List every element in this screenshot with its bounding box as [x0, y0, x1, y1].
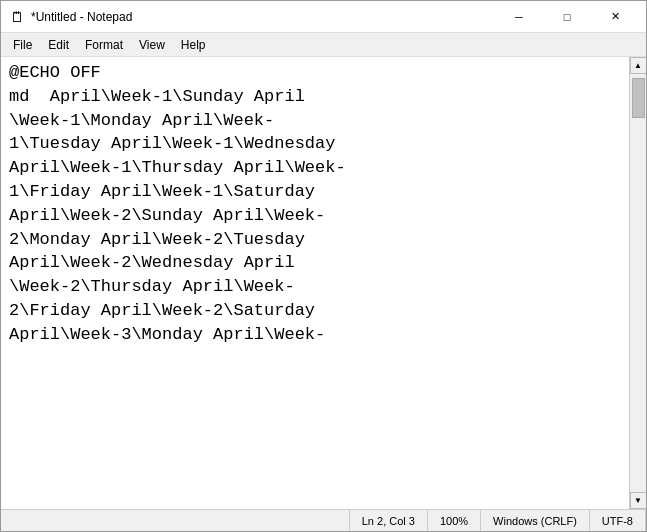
window-title: *Untitled - Notepad — [31, 10, 132, 24]
notepad-window: 🗒 *Untitled - Notepad ─ □ ✕ File Edit Fo… — [0, 0, 647, 532]
vertical-scrollbar: ▲ ▼ — [629, 57, 646, 509]
notepad-app-icon: 🗒 — [9, 9, 25, 25]
title-bar-left: 🗒 *Untitled - Notepad — [9, 9, 132, 25]
editor-area: @ECHO OFF md April\Week-1\Sunday April \… — [1, 57, 646, 509]
title-bar-controls: ─ □ ✕ — [496, 3, 638, 31]
menu-item-view[interactable]: View — [131, 33, 173, 56]
scroll-up-button[interactable]: ▲ — [630, 57, 647, 74]
status-encoding: UTF-8 — [590, 510, 646, 531]
status-bar: Ln 2, Col 3 100% Windows (CRLF) UTF-8 — [1, 509, 646, 531]
scroll-down-button[interactable]: ▼ — [630, 492, 647, 509]
menu-item-help[interactable]: Help — [173, 33, 214, 56]
text-editor[interactable]: @ECHO OFF md April\Week-1\Sunday April \… — [1, 57, 629, 509]
menu-item-file[interactable]: File — [5, 33, 40, 56]
menu-bar: File Edit Format View Help — [1, 33, 646, 57]
title-bar: 🗒 *Untitled - Notepad ─ □ ✕ — [1, 1, 646, 33]
maximize-button[interactable]: □ — [544, 3, 590, 31]
close-button[interactable]: ✕ — [592, 3, 638, 31]
scroll-thumb[interactable] — [632, 78, 645, 118]
minimize-button[interactable]: ─ — [496, 3, 542, 31]
status-zoom: 100% — [428, 510, 481, 531]
app-icon-glyph: 🗒 — [10, 9, 24, 25]
status-empty — [1, 510, 350, 531]
menu-item-format[interactable]: Format — [77, 33, 131, 56]
status-line-ending: Windows (CRLF) — [481, 510, 590, 531]
scroll-track — [630, 74, 646, 492]
status-position: Ln 2, Col 3 — [350, 510, 428, 531]
menu-item-edit[interactable]: Edit — [40, 33, 77, 56]
